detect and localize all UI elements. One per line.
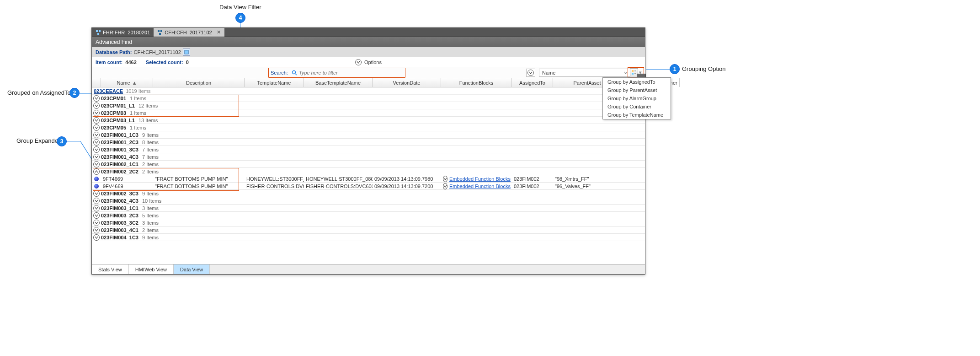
group-toggle[interactable]	[92, 212, 101, 219]
group-toggle[interactable]	[92, 124, 101, 131]
group-toggle[interactable]	[92, 154, 101, 160]
group-toggle[interactable]	[92, 102, 101, 109]
tab-cfh[interactable]: CFH:CFH_20171102 ✕	[154, 28, 224, 37]
group-toggle[interactable]	[92, 205, 101, 211]
selected-count: Selected count: 0	[146, 59, 189, 65]
group-row[interactable]: 023CPM03 1 Items	[92, 109, 645, 117]
search-input[interactable]	[299, 68, 405, 77]
header-basetemplatename[interactable]: BaseTemplateName	[304, 78, 373, 87]
grouping-menu-item[interactable]: Group by AssignedTo	[603, 78, 671, 86]
group-row[interactable]: 023FIM003_4C1 2 Items	[92, 227, 645, 234]
group-toggle[interactable]	[92, 117, 101, 124]
group-name: 023FIM003_2C3	[101, 213, 142, 218]
group-toggle[interactable]	[92, 95, 101, 102]
functionblocks-link[interactable]: Embedded Function Blocks	[449, 176, 511, 182]
group-count: 3 Items	[142, 205, 159, 211]
grouping-menu-item[interactable]: Group by ParentAsset	[603, 86, 671, 94]
group-count: 2 Items	[142, 227, 159, 233]
group-row[interactable]: 023FIM002_2C2 2 Items	[92, 168, 645, 175]
group-toggle[interactable]	[92, 146, 101, 153]
cell-name: 9FT4669	[101, 176, 153, 182]
chevron-down-icon	[93, 205, 100, 211]
header-assignedto[interactable]: AssignedTo	[512, 78, 553, 87]
group-row[interactable]: 023FIM003_1C1 3 Items	[92, 205, 645, 212]
item-count: Item count: 4462	[96, 59, 137, 65]
group-toggle[interactable]	[92, 234, 101, 241]
header-toggle	[92, 78, 101, 87]
group-toggle[interactable]	[92, 190, 101, 197]
bottom-tab[interactable]: HMIWeb View	[129, 264, 174, 274]
group-toggle[interactable]	[92, 168, 101, 175]
root-group-name[interactable]: 023CEEACE	[94, 88, 123, 94]
cell-description: "FRACT BOTTOMS PUMP MIN"	[153, 176, 245, 182]
grouping-menu-item[interactable]: Group by AlarmGroup	[603, 94, 671, 102]
row-marker	[92, 177, 101, 181]
group-name: 023FIM003_1C1	[101, 205, 142, 211]
group-row[interactable]: 023CPM03_L1 13 Items	[92, 117, 645, 124]
group-count: 12 Items	[138, 103, 158, 108]
group-count: 1 Items	[130, 96, 146, 101]
grouping-menu-item[interactable]: Group by Container	[603, 102, 671, 111]
root-group-row[interactable]: 023CEEACE 1019 Items	[92, 87, 645, 95]
header-name[interactable]: Name ▲	[101, 78, 153, 87]
chevron-down-icon	[443, 176, 447, 182]
bottom-tab[interactable]: Data View	[174, 264, 210, 274]
options-toggle[interactable]: Options	[355, 59, 382, 65]
group-row[interactable]: 023FIM002_1C1 2 Items	[92, 161, 645, 168]
callout-2-label: Grouped on AssignedTo	[7, 89, 71, 96]
group-toggle[interactable]	[92, 110, 101, 116]
group-row[interactable]: 023FIM001_3C3 7 Items	[92, 146, 645, 153]
functionblocks-link[interactable]: Embedded Function Blocks	[449, 183, 511, 189]
group-name: 023FIM002_3C3	[101, 191, 142, 196]
group-row[interactable]: 023FIM003_2C3 5 Items	[92, 212, 645, 219]
header-versiondate-label: VersionDate	[393, 80, 421, 86]
cell-basetemplatename: FISHER-CONTROLS:DVC600	[304, 183, 373, 189]
group-row[interactable]: 023FIM001_1C3 9 Items	[92, 131, 645, 139]
header-templatename[interactable]: TemplateName	[245, 78, 304, 87]
group-count: 9 Items	[142, 191, 159, 196]
header-description[interactable]: Description	[153, 78, 245, 87]
filter-operator-dropdown[interactable]	[526, 69, 535, 77]
grid-body[interactable]: 023CEEACE 1019 Items 023CPM01 1 Items 02…	[92, 87, 645, 264]
table-row[interactable]: 9FT4669 "FRACT BOTTOMS PUMP MIN" HONEYWE…	[92, 175, 645, 183]
group-toggle[interactable]	[92, 198, 101, 204]
cell-basetemplatename: HONEYWELL:ST3000FF_080	[304, 176, 373, 182]
table-row[interactable]: 9FV4669 "FRACT BOTTOMS PUMP MIN" FISHER-…	[92, 183, 645, 190]
filter-bar: Search: Name	[92, 67, 645, 78]
db-path-label: Database Path:	[96, 49, 132, 55]
chevron-up-icon	[93, 168, 100, 175]
group-row[interactable]: 023CPM01_L1 12 Items	[92, 102, 645, 109]
tab-fhr[interactable]: FHR:FHR_20180201	[92, 28, 154, 37]
chevron-down-icon	[93, 132, 100, 138]
group-count: 7 Items	[142, 154, 159, 160]
chevron-down-icon	[93, 212, 100, 219]
group-name: 023FIM001_3C3	[101, 147, 142, 152]
header-functionblocks[interactable]: FunctionBlocks	[441, 78, 512, 87]
group-toggle[interactable]	[92, 139, 101, 146]
group-row[interactable]: 023FIM004_1C3 9 Items	[92, 234, 645, 241]
group-row[interactable]: 023CPM05 1 Items	[92, 124, 645, 131]
cell-parentasset: "96_Valves_FF"	[553, 183, 622, 189]
group-row[interactable]: 023FIM002_3C3 9 Items	[92, 190, 645, 197]
group-toggle[interactable]	[92, 132, 101, 138]
db-path-browse-button[interactable]	[183, 49, 190, 56]
group-name: 023FIM001_1C3	[101, 132, 142, 138]
group-toggle[interactable]	[92, 220, 101, 226]
bottom-tab[interactable]: Stats View	[92, 264, 129, 274]
group-row[interactable]: 023FIM002_4C3 10 Items	[92, 197, 645, 205]
group-count: 9 Items	[142, 235, 159, 240]
group-row[interactable]: 023CPM01 1 Items	[92, 95, 645, 102]
chevron-down-icon	[93, 227, 100, 233]
group-toggle[interactable]	[92, 227, 101, 233]
group-row[interactable]: 023FIM003_3C2 3 Items	[92, 219, 645, 227]
close-icon[interactable]: ✕	[217, 29, 221, 35]
group-toggle[interactable]	[92, 161, 101, 167]
filter-column-dropdown[interactable]: Name	[539, 69, 630, 77]
chevron-down-icon	[93, 198, 100, 204]
group-row[interactable]: 023FIM001_4C3 7 Items	[92, 153, 645, 161]
header-versiondate[interactable]: VersionDate	[373, 78, 441, 87]
cell-functionblocks: Embedded Function Blocks	[441, 176, 512, 182]
selected-count-value: 0	[186, 59, 189, 65]
group-row[interactable]: 023FIM001_2C3 8 Items	[92, 139, 645, 146]
grouping-menu-item[interactable]: Group by TemplateName	[603, 111, 671, 119]
